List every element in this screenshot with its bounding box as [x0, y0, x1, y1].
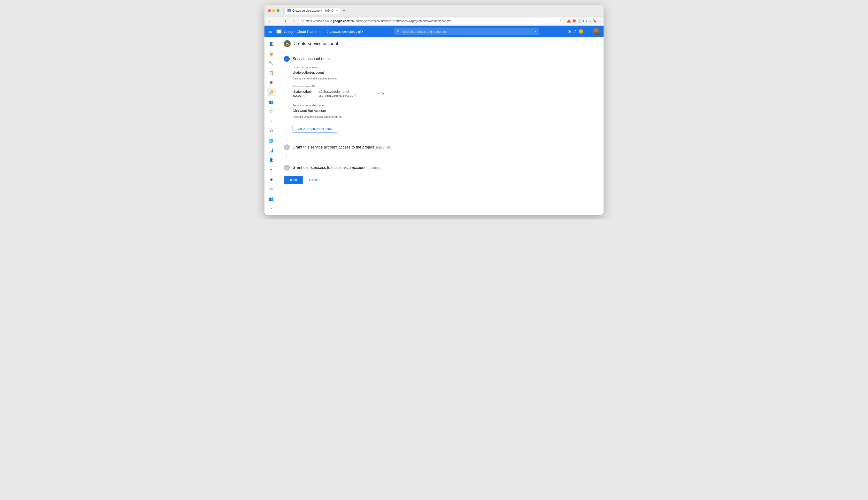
notification-badge[interactable]: 1	[579, 29, 583, 34]
step-2-number: 2	[284, 144, 290, 150]
step-1-title: Service account details	[292, 57, 333, 61]
step-3-header: 3 Grant users access to this service acc…	[284, 165, 598, 171]
tab-bar: 🔒 Create service account – IAM & × +	[284, 7, 347, 14]
sidebar-item-settings[interactable]: ⚙	[267, 126, 276, 135]
gcp-logo-icon	[276, 29, 282, 34]
sidebar-item-card[interactable]: 🪪	[267, 185, 276, 193]
step-2-section: 2 Grant this service account access to t…	[284, 139, 598, 159]
sidebar-item-document[interactable]: 📋	[267, 68, 276, 77]
gcp-logo: Google Cloud Platform	[276, 29, 321, 34]
sidebar-item-security[interactable]: 🔒	[267, 49, 276, 58]
sidebar-item-tools[interactable]: 🔧	[267, 59, 276, 67]
done-button[interactable]: DONE	[284, 177, 303, 184]
bookmark-icon[interactable]: 🔖	[593, 19, 597, 23]
create-continue-button[interactable]: CREATE AND CONTINUE	[292, 125, 337, 133]
sidebar-item-expand[interactable]: ›	[267, 117, 276, 125]
service-account-id-group: Service account ID chatwootbot-account @…	[292, 85, 385, 99]
shield-icon: 🔒	[285, 42, 289, 46]
desc-hint: Describe what this service account will …	[292, 115, 385, 118]
step-3-title: Grant users access to this service accou…	[292, 166, 381, 170]
minimize-button[interactable]	[272, 9, 275, 12]
svg-point-1	[595, 29, 598, 32]
traffic-lights	[268, 9, 279, 12]
action-row: DONE CANCEL	[284, 177, 598, 184]
circle-icon[interactable]: ●	[586, 19, 588, 23]
svg-point-2	[594, 32, 599, 35]
menu-icon[interactable]: ☰	[598, 19, 601, 23]
step-1-section: 1 Service account details Service accoun…	[284, 56, 598, 133]
back-button[interactable]: ←	[267, 18, 273, 24]
step-2-subtitle: (optional)	[376, 145, 390, 149]
tab-close-button[interactable]: ×	[336, 9, 337, 12]
step-3-subtitle: (optional)	[367, 166, 381, 170]
browser-tab[interactable]: 🔒 Create service account – IAM & ×	[284, 7, 340, 14]
service-id-clear-button[interactable]: ×	[377, 91, 380, 96]
help-icon[interactable]: ?	[574, 29, 576, 34]
sidebar: 👤 🔒 🔧 📋 🖥 🔑 👥 🏷 › ⚙ 🌐 📊 👤 ≡ ◆ 🪪 👥 ›	[265, 37, 278, 215]
search-icon: 🔍	[397, 30, 401, 33]
sidebar-item-tags[interactable]: 🏷	[267, 107, 276, 116]
page-header: 🔒 Create service account	[278, 37, 603, 50]
hamburger-menu-icon[interactable]: ☰	[268, 29, 272, 34]
cancel-button[interactable]: CANCEL	[305, 177, 326, 184]
sidebar-item-people[interactable]: 👥	[267, 194, 276, 203]
page-title: Create service account	[293, 41, 338, 46]
tab-favicon: 🔒	[288, 9, 291, 12]
name-hint: Display name for this service account	[292, 77, 385, 80]
search-input[interactable]	[403, 30, 535, 33]
sidebar-item-person[interactable]: 👤	[267, 39, 276, 48]
url-suffix: /iam-admin/serviceaccounts/create?authus…	[349, 19, 451, 23]
name-label: Service account name	[292, 66, 385, 69]
browser-navbar: ← → ↻ ⌂ 🛡 https://console.cloud.google.c…	[265, 16, 603, 26]
address-bar[interactable]: 🛡 https://console.cloud.google.com/iam-a…	[298, 18, 565, 24]
gcp-logo-text: Google Cloud Platform	[284, 30, 321, 34]
main-content: 1 Service account details Service accoun…	[278, 50, 603, 215]
service-account-name-group: Service account name Display name for th…	[292, 66, 385, 80]
sidebar-item-list[interactable]: ≡	[267, 165, 276, 174]
service-id-prefix: chatwootbot-account	[292, 90, 319, 98]
service-id-refresh-button[interactable]: ↻	[381, 91, 385, 96]
home-button[interactable]: ⌂	[291, 18, 296, 24]
sidebar-item-globe[interactable]: 🌐	[267, 136, 276, 145]
sidebar-item-monitor[interactable]: 🖥	[267, 78, 276, 87]
service-id-actions: × ↻	[377, 91, 385, 96]
email-icon[interactable]: ✉	[568, 29, 571, 34]
filter-icon[interactable]: ▽	[589, 19, 591, 23]
page-content: 👤 🔒 🔧 📋 🖥 🔑 👥 🏷 › ⚙ 🌐 📊 👤 ≡ ◆ 🪪 👥 ›	[265, 37, 603, 215]
service-account-desc-group: Service account description Describe wha…	[292, 104, 385, 118]
pocket-icon[interactable]: 📥	[567, 19, 571, 23]
reload-button[interactable]: ↻	[283, 18, 289, 24]
gcp-header: ☰ Google Cloud Platform ⬡ chatwootdemobo…	[265, 26, 603, 37]
id-label: Service account ID	[292, 85, 385, 88]
url-text: https://console.cloud.google.com/iam-adm…	[305, 19, 559, 23]
star-icon[interactable]: ☆	[559, 19, 562, 23]
step-2-header: 2 Grant this service account access to t…	[284, 144, 598, 150]
nav-icons: 📥 📚 ⬜ ℹ ● ▽ 🔖 ☰	[567, 19, 601, 23]
info-icon[interactable]: ℹ	[583, 19, 584, 23]
container-icon[interactable]: ⬜	[578, 19, 581, 23]
sidebar-expand-button[interactable]: ›	[267, 204, 276, 213]
avatar[interactable]	[593, 28, 600, 35]
browser-titlebar: 🔒 Create service account – IAM & × +	[265, 5, 603, 16]
sidebar-item-diamond[interactable]: ◆	[267, 175, 276, 184]
more-options-icon[interactable]: ⋮	[586, 29, 590, 34]
project-name: chatwootdemobot-glqf	[330, 30, 361, 33]
sidebar-item-table[interactable]: 📊	[267, 146, 276, 155]
shield-icon: 🛡	[301, 19, 304, 23]
service-id-row: chatwootbot-account @chatwootdemobot-glq…	[292, 89, 385, 99]
search-bar[interactable]: 🔍 ▾	[394, 28, 539, 35]
project-chevron-icon: ▾	[362, 30, 363, 33]
maximize-button[interactable]	[277, 9, 279, 12]
sidebar-item-user[interactable]: 👤	[267, 156, 276, 164]
new-tab-button[interactable]: +	[341, 9, 346, 13]
forward-button[interactable]: →	[275, 18, 281, 24]
url-prefix: https://console.cloud.	[305, 19, 333, 23]
service-account-name-input[interactable]	[292, 69, 385, 76]
close-button[interactable]	[268, 9, 271, 12]
project-selector[interactable]: ⬡ chatwootdemobot-glqf ▾	[325, 29, 366, 34]
step-3-number: 3	[284, 165, 290, 171]
sidebar-item-groups[interactable]: 👥	[267, 98, 276, 106]
sidebar-item-iam[interactable]: 🔑	[267, 88, 276, 96]
service-account-desc-input[interactable]	[292, 108, 385, 114]
library-icon[interactable]: 📚	[572, 19, 576, 23]
